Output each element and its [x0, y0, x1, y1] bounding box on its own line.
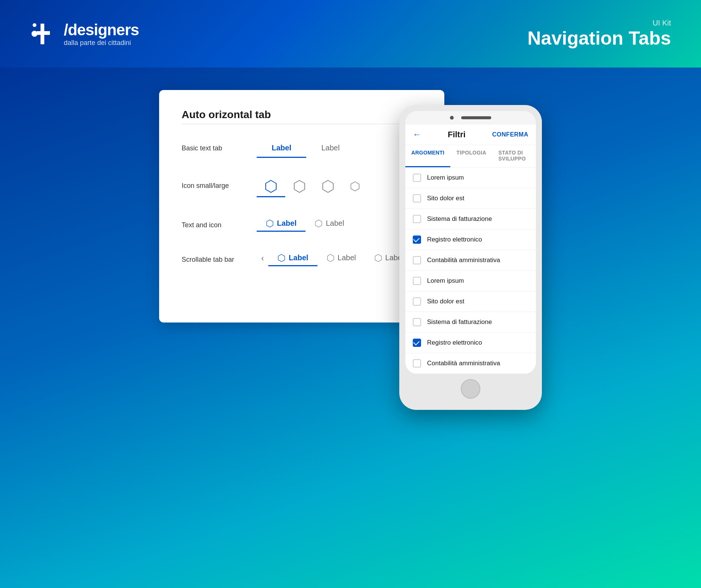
row-label-scrollable: Scrollable tab bar: [182, 250, 257, 264]
hexagon-icon-1: [264, 180, 278, 193]
row-label-basic: Basic text tab: [182, 139, 257, 152]
checkbox-7[interactable]: [413, 297, 421, 306]
phone-inner: ← Filtri CONFERMA ARGOMENTI TIPOLOGIA ST…: [405, 111, 536, 374]
svg-point-0: [32, 31, 38, 37]
filter-item-3[interactable]: Sistema di fatturazione: [405, 209, 536, 230]
filter-item-4[interactable]: Registro elettronico: [405, 230, 536, 250]
text-icon-tab-2[interactable]: Label: [305, 216, 353, 232]
svg-marker-11: [327, 254, 334, 262]
confirm-button[interactable]: CONFERMA: [492, 131, 528, 138]
checkbox-3[interactable]: [413, 215, 421, 223]
hexagon-icon-s-3: [374, 254, 382, 262]
icon-tab-3[interactable]: [314, 177, 342, 197]
text-icon-label-1: Label: [277, 219, 296, 228]
checkbox-1[interactable]: [413, 174, 421, 182]
scroll-tab-label-1: Label: [289, 254, 308, 262]
phone-bottom: [405, 374, 536, 404]
card-title: Auto orizontal tab: [182, 109, 422, 121]
kit-title: Navigation Tabs: [528, 27, 671, 49]
hexagon-icon-s-2: [326, 254, 335, 262]
hexagon-icon-3: [321, 180, 335, 193]
icon-tab-row: Icon small/large: [182, 177, 422, 197]
app-tabs: ARGOMENTI TIPOLOGIA STATO DI SVILUPPO: [405, 145, 536, 168]
app-tab-stato[interactable]: STATO DI SVILUPPO: [492, 145, 536, 167]
basic-text-tabs: Label Label: [257, 139, 422, 158]
filter-item-6[interactable]: Lorem ipsum: [405, 271, 536, 291]
basic-tab-label-2[interactable]: Label: [306, 139, 355, 158]
brand-tagline: dalla parte dei cittadini: [64, 39, 139, 47]
it-logo-icon: [30, 21, 56, 47]
card-divider: [182, 124, 422, 124]
svg-marker-7: [351, 182, 359, 191]
filter-label-1: Lorem ipsum: [427, 174, 464, 182]
basic-text-tab-row: Basic text tab Label Label: [182, 139, 422, 158]
app-title: Filtri: [448, 130, 466, 140]
hexagon-icon-ti-2: [314, 219, 323, 228]
filter-list: Lorem ipsum Sito dolor est Sistema di fa…: [405, 168, 536, 374]
checkbox-9[interactable]: [413, 339, 421, 347]
text-icon-tab-row: Text and icon Label Label: [182, 216, 422, 232]
scrollable-tab-row: Scrollable tab bar ‹ Label Label: [182, 250, 422, 266]
scroll-tab-1[interactable]: Label: [268, 250, 317, 266]
filter-item-9[interactable]: Registro elettronico: [405, 333, 536, 353]
app-tab-argomenti[interactable]: ARGOMENTI: [405, 145, 450, 167]
checkbox-6[interactable]: [413, 277, 421, 285]
filter-label-9: Registro elettronico: [427, 339, 482, 346]
svg-point-1: [33, 23, 36, 27]
back-button[interactable]: ←: [413, 130, 421, 140]
filter-item-8[interactable]: Sistema di fatturazione: [405, 312, 536, 333]
filter-item-1[interactable]: Lorem ipsum: [405, 168, 536, 188]
checkbox-5[interactable]: [413, 256, 421, 264]
hexagon-icon-4: [350, 181, 360, 192]
svg-rect-3: [37, 31, 50, 35]
phone-mockup: ← Filtri CONFERMA ARGOMENTI TIPOLOGIA ST…: [399, 105, 542, 410]
scroll-tab-2[interactable]: Label: [317, 250, 365, 266]
header: /designers dalla parte dei cittadini UI …: [0, 0, 701, 68]
logo-text-area: /designers dalla parte dei cittadini: [64, 21, 139, 47]
svg-marker-5: [294, 180, 305, 192]
scrollable-tabs: ‹ Label Label Label: [257, 250, 412, 266]
main-area: Auto orizontal tab Basic text tab Label …: [0, 68, 701, 588]
basic-tab-label-1[interactable]: Label: [257, 139, 306, 158]
filter-label-3: Sistema di fatturazione: [427, 215, 492, 223]
kit-label: UI Kit: [528, 19, 671, 27]
svg-marker-12: [375, 254, 381, 262]
filter-label-8: Sistema di fatturazione: [427, 318, 492, 326]
filter-item-10[interactable]: Contabilità amministrativa: [405, 353, 536, 374]
checkbox-4[interactable]: [413, 236, 421, 244]
checkbox-10[interactable]: [413, 359, 421, 368]
hexagon-icon-2: [293, 180, 306, 193]
logo-area: /designers dalla parte dei cittadini: [30, 21, 139, 47]
filter-label-6: Lorem ipsum: [427, 277, 464, 285]
svg-marker-4: [266, 180, 276, 192]
checkbox-8[interactable]: [413, 318, 421, 326]
filter-item-7[interactable]: Sito dolor est: [405, 291, 536, 312]
phone-speaker: [461, 116, 491, 119]
filter-label-7: Sito dolor est: [427, 298, 464, 305]
icon-tab-1[interactable]: [257, 177, 285, 197]
kit-label-area: UI Kit Navigation Tabs: [528, 19, 671, 49]
svg-marker-10: [278, 254, 285, 262]
filter-label-4: Registro elettronico: [427, 236, 482, 243]
filter-item-5[interactable]: Contabilità amministrativa: [405, 250, 536, 271]
phone-top-bar: [405, 111, 536, 124]
icon-tab-4[interactable]: [342, 178, 368, 196]
icon-tabs: [257, 177, 422, 197]
text-icon-tab-1[interactable]: Label: [257, 216, 305, 232]
filter-label-5: Contabilità amministrativa: [427, 256, 500, 264]
filter-label-10: Contabilità amministrativa: [427, 360, 500, 367]
icon-tab-2[interactable]: [285, 177, 314, 197]
filter-item-2[interactable]: Sito dolor est: [405, 188, 536, 209]
checkbox-2[interactable]: [413, 194, 421, 202]
text-icon-label-2: Label: [326, 219, 344, 228]
home-button[interactable]: [461, 379, 480, 399]
hexagon-icon-s-1: [277, 254, 286, 262]
filter-label-2: Sito dolor est: [427, 195, 464, 202]
svg-marker-6: [323, 180, 333, 192]
scroll-left-arrow[interactable]: ‹: [257, 254, 268, 263]
svg-marker-8: [266, 220, 273, 227]
text-icon-tabs: Label Label: [257, 216, 422, 232]
phone-camera-dot: [450, 116, 454, 120]
app-tab-tipologia[interactable]: TIPOLOGIA: [450, 145, 492, 167]
svg-marker-9: [316, 220, 322, 227]
